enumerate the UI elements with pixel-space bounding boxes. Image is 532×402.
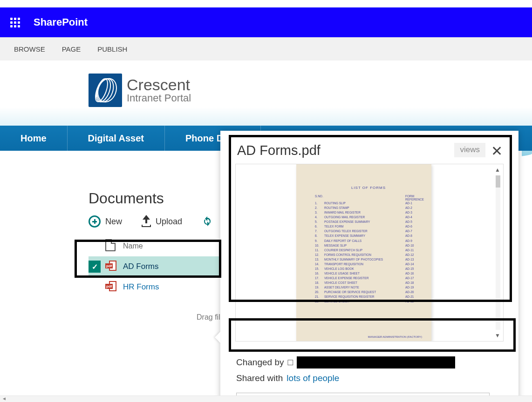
changed-by-label: Changed by [236, 357, 284, 368]
scroll-left-icon[interactable]: ◄ [2, 396, 8, 402]
views-label: views [460, 146, 480, 154]
page-content: Home Digital Asset Phone Direc [0, 60, 532, 402]
nav-home[interactable]: Home [0, 133, 67, 144]
sync-icon [202, 216, 213, 227]
document-preview[interactable]: LIST OF FORMS S.NO. FORM REFERENCE 1.ROU… [235, 164, 504, 342]
sync-button[interactable] [202, 216, 213, 227]
upload-icon [142, 216, 151, 227]
callout-nub [215, 332, 220, 343]
scroll-thumb[interactable] [496, 175, 500, 188]
shared-with-line: Shared with lots of people [220, 368, 518, 383]
doc-caption: LIST OF FORMS [315, 186, 422, 190]
upload-label: Upload [156, 217, 182, 227]
ribbon-tab-browse[interactable]: BROWSE [14, 45, 45, 53]
site-logo[interactable]: Crescent Intranet Portal [89, 74, 191, 107]
changed-by-line: Changed by □ [220, 352, 518, 368]
scroll-track[interactable] [496, 175, 500, 330]
browser-chrome-stub [0, 0, 532, 7]
app-launcher-icon[interactable] [10, 18, 20, 27]
preview-page: LIST OF FORMS S.NO. FORM REFERENCE 1.ROU… [296, 164, 431, 341]
ribbon-tab-publish[interactable]: PUBLISH [97, 45, 127, 53]
new-label: New [105, 217, 122, 227]
callout-header: AD Forms.pdf views ✕ [220, 131, 518, 164]
pdf-file-icon: pdf [105, 281, 116, 291]
doc-col-ref: FORM REFERENCE [405, 194, 422, 201]
shared-with-label: Shared with [236, 373, 283, 383]
type-column-icon [105, 239, 116, 251]
horizontal-scrollbar[interactable]: ◄ [0, 395, 532, 402]
quick-launch [0, 151, 89, 402]
plus-circle-icon [89, 215, 101, 228]
pdf-file-icon: pdf [105, 261, 116, 271]
suite-brand[interactable]: SharePoint [34, 16, 88, 28]
ribbon: BROWSE PAGE PUBLISH [0, 37, 532, 60]
doc-rows: 1.ROUTING SLIPAD-12.ROUTING STAMPAD-23.I… [315, 201, 422, 304]
changed-by-redacted [297, 356, 455, 368]
nav-digital-asset[interactable]: Digital Asset [68, 133, 164, 144]
views-counter: views [454, 143, 485, 157]
logo-text: Crescent Intranet Portal [127, 77, 191, 104]
scroll-down-icon[interactable]: ▼ [494, 332, 501, 339]
upload-button[interactable]: Upload [142, 216, 182, 227]
ribbon-tab-page[interactable]: PAGE [62, 45, 81, 53]
logo-line1: Crescent [127, 77, 191, 93]
doc-footer: MANAGER ADMINISTRATION (FACTORY) [368, 335, 422, 338]
callout-title: AD Forms.pdf [237, 143, 454, 158]
logo-line2: Intranet Portal [127, 93, 191, 104]
logo-crescent-icon [89, 74, 122, 107]
file-callout: AD Forms.pdf views ✕ LIST OF FORMS S.NO.… [220, 131, 518, 402]
new-document-button[interactable]: New [89, 215, 122, 228]
row-checkbox-checked[interactable]: ✓ [89, 261, 101, 273]
close-icon[interactable]: ✕ [488, 143, 505, 159]
suite-bar: SharePoint [0, 7, 532, 37]
shared-with-link[interactable]: lots of people [286, 373, 339, 383]
viewport: SharePoint BROWSE PAGE PUBLISH Home Digi… [0, 0, 532, 402]
scroll-up-icon[interactable]: ▲ [494, 166, 501, 174]
doc-col-sno: S.NO. [315, 194, 324, 201]
